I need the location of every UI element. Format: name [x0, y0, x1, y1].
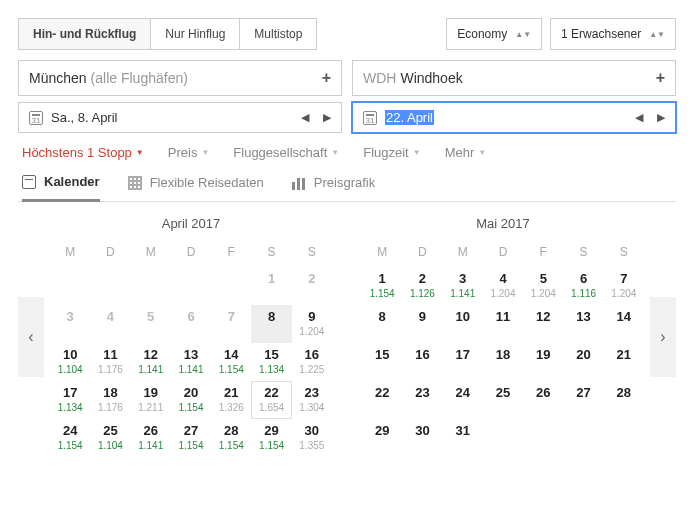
calendar-day[interactable]: 28 — [604, 381, 644, 419]
date-row: 31 Sa., 8. April ◀ ▶ 31 22. April ◀ ▶ — [18, 102, 676, 133]
depart-date-input[interactable]: 31 Sa., 8. April ◀ ▶ — [18, 102, 342, 133]
month-title: April 2017 — [50, 216, 332, 231]
calendar-day[interactable]: 161.225 — [292, 343, 332, 381]
calendar-day[interactable]: 221.654 — [251, 381, 291, 419]
calendar-day[interactable]: 51.204 — [523, 267, 563, 305]
return-date-input[interactable]: 31 22. April ◀ ▶ — [352, 102, 676, 133]
calendar-day[interactable]: 30 — [402, 419, 442, 457]
calendar-day[interactable]: 201.154 — [171, 381, 211, 419]
calendar-day[interactable]: 26 — [523, 381, 563, 419]
calendar-day[interactable]: 91.204 — [292, 305, 332, 343]
day-price: 1.654 — [251, 402, 291, 413]
add-origin-icon[interactable]: + — [322, 69, 331, 87]
destination-input[interactable]: WDH Windhoek + — [352, 60, 676, 96]
calendar-day[interactable]: 11 — [483, 305, 523, 343]
calendar-day[interactable]: 241.154 — [50, 419, 90, 457]
return-prev-icon[interactable]: ◀ — [635, 111, 643, 124]
day-price: 1.154 — [171, 440, 211, 451]
cabin-class-selector[interactable]: Economy ▲▼ — [446, 18, 542, 50]
calendar-day[interactable]: 291.154 — [251, 419, 291, 457]
calendar-day[interactable]: 13 — [563, 305, 603, 343]
trip-type-tab[interactable]: Hin- und Rückflug — [19, 19, 151, 49]
trip-type-tab[interactable]: Multistop — [240, 19, 316, 49]
calendar-day[interactable]: 8 — [362, 305, 402, 343]
filter-more[interactable]: Mehr▼ — [445, 145, 487, 160]
day-price: 1.154 — [50, 440, 90, 451]
trip-type-tabs: Hin- und RückflugNur HinflugMultistop — [18, 18, 317, 50]
calendar-day[interactable]: 16 — [402, 343, 442, 381]
calendar-day[interactable]: 9 — [402, 305, 442, 343]
add-destination-icon[interactable]: + — [656, 69, 665, 87]
trip-type-tab[interactable]: Nur Hinflug — [151, 19, 240, 49]
calendar-day[interactable]: 21.126 — [402, 267, 442, 305]
tab-price-chart[interactable]: Preisgrafik — [292, 175, 375, 200]
calendar-day[interactable]: 31 — [443, 419, 483, 457]
calendar-day[interactable]: 71.204 — [604, 267, 644, 305]
calendar-day[interactable]: 17 — [443, 343, 483, 381]
next-month-button[interactable]: › — [650, 297, 676, 377]
day-price: 1.141 — [131, 364, 171, 375]
calendar-day[interactable]: 10 — [443, 305, 483, 343]
calendar-day[interactable]: 131.141 — [171, 343, 211, 381]
calendar-day[interactable]: 24 — [443, 381, 483, 419]
calendar-day[interactable]: 61.116 — [563, 267, 603, 305]
calendar-day[interactable]: 111.176 — [90, 343, 130, 381]
calendar-day[interactable]: 14 — [604, 305, 644, 343]
filter-stops[interactable]: Höchstens 1 Stopp▼ — [22, 145, 144, 160]
calendar-day[interactable]: 261.141 — [131, 419, 171, 457]
day-price: 1.104 — [90, 440, 130, 451]
calendar-day[interactable]: 151.134 — [251, 343, 291, 381]
day-price: 1.154 — [211, 364, 251, 375]
destination-city: Windhoek — [400, 70, 462, 86]
day-price: 1.154 — [251, 440, 291, 451]
calendar-day[interactable]: 251.104 — [90, 419, 130, 457]
tab-flexible-dates[interactable]: Flexible Reisedaten — [128, 175, 264, 200]
day-price: 1.326 — [211, 402, 251, 413]
calendar-day[interactable]: 23 — [402, 381, 442, 419]
calendar-day[interactable]: 22 — [362, 381, 402, 419]
return-next-icon[interactable]: ▶ — [657, 111, 665, 124]
calendar-day[interactable]: 101.104 — [50, 343, 90, 381]
calendar-day: 1 — [251, 267, 291, 305]
calendar-day[interactable]: 281.154 — [211, 419, 251, 457]
calendar-day[interactable]: 141.154 — [211, 343, 251, 381]
calendar-day[interactable]: 15 — [362, 343, 402, 381]
calendar-day[interactable]: 211.326 — [211, 381, 251, 419]
calendar-day[interactable]: 231.304 — [292, 381, 332, 419]
calendar-day[interactable]: 8 — [251, 305, 291, 343]
calendar-day[interactable]: 19 — [523, 343, 563, 381]
day-price: 1.154 — [211, 440, 251, 451]
calendar-day[interactable]: 181.176 — [90, 381, 130, 419]
day-price: 1.176 — [90, 364, 130, 375]
calendar-day[interactable]: 25 — [483, 381, 523, 419]
day-price: 1.204 — [483, 288, 523, 299]
sort-icon: ▲▼ — [649, 32, 665, 37]
calendar-day[interactable]: 171.134 — [50, 381, 90, 419]
depart-prev-icon[interactable]: ◀ — [301, 111, 309, 124]
passenger-selector[interactable]: 1 Erwachsener ▲▼ — [550, 18, 676, 50]
day-price: 1.134 — [50, 402, 90, 413]
day-price: 1.355 — [292, 440, 332, 451]
calendar-day[interactable]: 121.141 — [131, 343, 171, 381]
calendar-day[interactable]: 31.141 — [443, 267, 483, 305]
destination-code: WDH — [363, 70, 396, 86]
calendar-day[interactable]: 301.355 — [292, 419, 332, 457]
calendar-day[interactable]: 41.204 — [483, 267, 523, 305]
calendar-day[interactable]: 21 — [604, 343, 644, 381]
prev-month-button[interactable]: ‹ — [18, 297, 44, 377]
calendar-day[interactable]: 12 — [523, 305, 563, 343]
calendar-day[interactable]: 20 — [563, 343, 603, 381]
origin-input[interactable]: München (alle Flughäfen) + — [18, 60, 342, 96]
calendar-day[interactable]: 29 — [362, 419, 402, 457]
filter-airline[interactable]: Fluggesellschaft▼ — [233, 145, 339, 160]
tab-calendar[interactable]: Kalender — [22, 174, 100, 202]
calendar-day[interactable]: 11.154 — [362, 267, 402, 305]
calendar-day[interactable]: 271.154 — [171, 419, 211, 457]
calendar-day[interactable]: 27 — [563, 381, 603, 419]
calendar-day[interactable]: 18 — [483, 343, 523, 381]
calendar-day[interactable]: 191.211 — [131, 381, 171, 419]
filter-price[interactable]: Preis▼ — [168, 145, 210, 160]
origin-city: München — [29, 70, 87, 86]
depart-next-icon[interactable]: ▶ — [323, 111, 331, 124]
filter-time[interactable]: Flugzeit▼ — [363, 145, 420, 160]
